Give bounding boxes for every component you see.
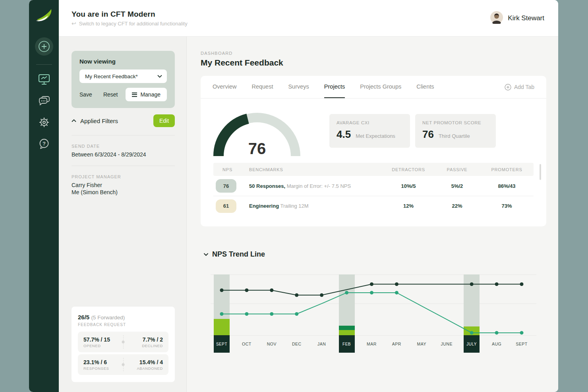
sidebar-divider — [36, 64, 52, 65]
chevron-down-icon — [157, 75, 162, 78]
now-viewing-actions: Save Reset Manage — [79, 88, 167, 101]
stats-row: 57.7% / 15 OPENED 7.7% / 2 DECLINED — [78, 332, 168, 352]
chevron-down-icon — [203, 253, 209, 256]
month-label: JAN — [310, 335, 334, 353]
help-icon[interactable]: ? — [35, 135, 53, 153]
dark-green-line-point — [245, 288, 248, 292]
chart-gridline — [211, 303, 536, 304]
dark-green-line-point — [270, 288, 273, 292]
add-new-button[interactable] — [35, 37, 53, 56]
applied-filters-label[interactable]: Applied Filters — [80, 118, 118, 124]
send-date-label: SEND DATE — [72, 144, 100, 149]
month-label: OCT — [235, 335, 259, 353]
project-manager-label: PROJECT MANAGER — [72, 174, 121, 179]
gauge-value: 76 — [213, 140, 301, 158]
top-header: You are in CFT Modern ↩ Switch to legacy… — [59, 0, 558, 37]
switch-legacy-label: Switch to legacy CFT for additional func… — [79, 21, 188, 27]
dark-green-line-point — [320, 294, 323, 297]
declined-stat: 7.7% / 2 DECLINED — [142, 336, 163, 348]
divider-knob — [122, 363, 125, 366]
page-title: My Recent Feedback — [201, 58, 283, 68]
messages-icon[interactable] — [35, 92, 53, 110]
view-select-value: My Recent Feedback* — [85, 73, 138, 79]
forwarded-count: (5 Forwarded) — [91, 315, 125, 321]
main-content: DASHBOARD My Recent Feedback Overview Re… — [187, 37, 558, 392]
user-menu[interactable]: Kirk Stewart — [490, 11, 544, 25]
month-label: AUG — [485, 335, 509, 353]
divider-knob — [122, 341, 125, 344]
responses-stat: 23.1% / 6 RESPONSES — [83, 359, 109, 371]
switch-legacy-link[interactable]: ↩ Switch to legacy CFT for additional fu… — [72, 21, 188, 27]
dark-green-line-point — [295, 294, 298, 297]
plus-circle-icon — [505, 84, 511, 91]
nps-trend-chart: SEPTOCTNOVDECJANFEBMARAPRMAYJUNEJULYAUGS… — [211, 272, 536, 354]
view-select[interactable]: My Recent Feedback* — [79, 70, 167, 83]
header-title-block: You are in CFT Modern ↩ Switch to legacy… — [72, 10, 188, 27]
bar-segment-green — [339, 326, 355, 330]
project-manager-name: Carry Fisher — [72, 182, 102, 188]
breadcrumb: DASHBOARD — [201, 51, 232, 56]
add-tab-button[interactable]: Add Tab — [505, 84, 534, 91]
tab-overview[interactable]: Overview — [213, 76, 236, 98]
cxi-value: 4.5 — [337, 128, 351, 141]
chart-gridline — [211, 274, 536, 275]
month-label: JUNE — [435, 335, 458, 353]
reset-button[interactable]: Reset — [103, 91, 118, 98]
tab-surveys[interactable]: Surveys — [288, 76, 309, 98]
applied-filters-row: Applied Filters Edit — [72, 114, 175, 127]
sidebar: ? — [29, 0, 59, 392]
feedback-request-card: 26/5 (5 Forwarded) FEEDBACK REQUEST 57.7… — [72, 307, 175, 382]
bar-segment-lime — [214, 319, 230, 335]
tab-projects-groups[interactable]: Projects Groups — [360, 76, 401, 98]
dark-green-line-point — [520, 282, 524, 286]
tab-clients[interactable]: Clients — [416, 76, 434, 98]
benchmarks-table: NPS BENCHMARKS DETRACTORS PASSIVE PROMOT… — [213, 163, 534, 216]
now-viewing-label: Now viewing — [79, 58, 167, 65]
month-label: NOV — [260, 335, 284, 353]
divider — [72, 135, 175, 135]
undo-arrow-icon: ↩ — [72, 21, 76, 26]
dark-green-line-point — [370, 282, 373, 286]
dashboard-monitor-icon[interactable] — [35, 70, 53, 89]
bar-segment-lime — [339, 330, 355, 335]
chevron-up-icon[interactable] — [72, 119, 76, 122]
nps-trend-title: NPS Trend Line — [212, 250, 265, 259]
manage-button[interactable]: Manage — [126, 88, 167, 101]
tab-projects[interactable]: Projects — [324, 76, 345, 98]
nps-trend-section-header[interactable]: NPS Trend Line — [203, 250, 265, 259]
dashboard-card: Overview Request Surveys Projects Projec… — [201, 76, 546, 226]
table-row: 76 50 Responses, Margin of Error: +/- 7.… — [213, 176, 534, 196]
table-scrollbar[interactable] — [540, 164, 541, 180]
month-label-highlighted: JULY — [464, 335, 480, 353]
feedback-summary: 26/5 (5 Forwarded) — [78, 314, 168, 321]
tab-request[interactable]: Request — [251, 76, 273, 98]
teal-line-point — [395, 291, 398, 294]
divider — [72, 166, 175, 166]
nps-value: 76 — [422, 128, 434, 141]
send-date-value: Between 6/3/2024 - 8/29/2024 — [72, 151, 146, 158]
settings-gear-icon[interactable] — [35, 113, 53, 131]
user-name: Kirk Stewart — [508, 14, 544, 22]
project-manager-name: Me (Simon Bench) — [72, 189, 118, 195]
table-header: NPS BENCHMARKS DETRACTORS PASSIVE PROMOT… — [213, 163, 534, 176]
feedback-request-label: FEEDBACK REQUEST — [78, 322, 168, 327]
app-window: ? You are in CFT Modern ↩ Switch to lega… — [29, 0, 558, 392]
save-button[interactable]: Save — [79, 91, 92, 98]
opened-stat: 57.7% / 15 OPENED — [83, 336, 110, 348]
average-cxi-card: AVARAGE CXI 4.5 Met Expectations — [329, 114, 410, 148]
filters-panel: Now viewing My Recent Feedback* Save Res… — [59, 37, 187, 392]
nps-gauge: 76 — [213, 112, 301, 158]
svg-text:?: ? — [43, 141, 46, 147]
month-label-highlighted: SEPT — [214, 335, 230, 353]
bar-segment-lime — [464, 326, 480, 335]
teal-line-point — [295, 312, 298, 316]
table-row: 61 Engineering Trailing 12M 12% 22% 73% — [213, 196, 534, 216]
dark-green-line-point — [495, 282, 499, 286]
edit-filters-button[interactable]: Edit — [153, 114, 175, 127]
dark-green-line-point — [395, 282, 398, 286]
month-label: DEC — [285, 335, 309, 353]
month-label: MAR — [360, 335, 384, 353]
teal-line-point — [270, 312, 273, 316]
now-viewing-card: Now viewing My Recent Feedback* Save Res… — [72, 51, 175, 108]
stats-row: 23.1% / 6 RESPONSES 15.4% / 4 ABANDONED — [78, 354, 168, 375]
